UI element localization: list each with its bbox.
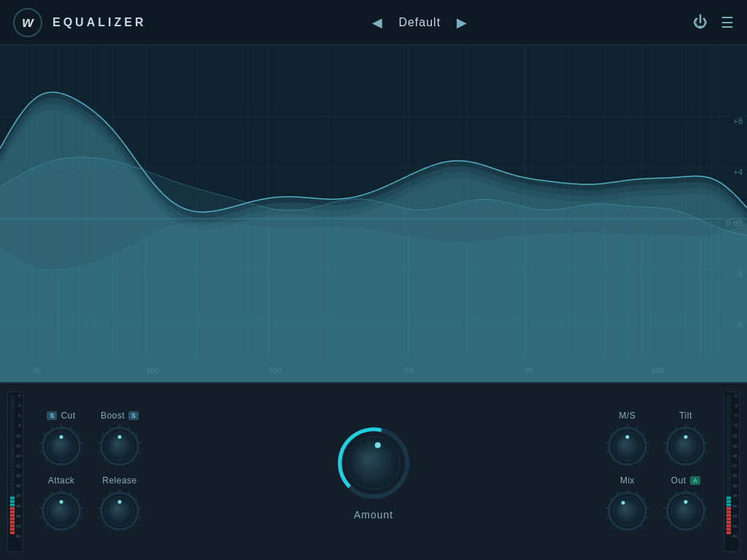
tilt-knob[interactable]: [664, 424, 708, 468]
db-label-minus8: -8: [735, 321, 743, 330]
out-a-badge: A: [690, 476, 701, 485]
out-knob[interactable]: [664, 489, 708, 533]
right-vu-meter: [724, 392, 740, 552]
boost-s-badge: S: [128, 411, 139, 420]
boost-label: Boost: [101, 411, 125, 421]
header-left: w EQUALIZER: [13, 8, 146, 37]
ms-knob-group: M/S: [605, 411, 649, 468]
out-knob-group: Out A: [664, 475, 708, 533]
freq-label-1k: 1K: [404, 366, 414, 375]
release-knob[interactable]: [98, 489, 142, 533]
boost-knob[interactable]: [98, 424, 142, 468]
eq-display[interactable]: +8 +4 0 dB -4 -8 30 100 300 1K 3K 10K: [0, 45, 747, 382]
release-knob-group: Release: [98, 475, 142, 533]
knob-section-mid-right: M/S Mix: [605, 411, 649, 533]
knob-section-right: Tilt Out A: [664, 411, 708, 533]
power-button[interactable]: ⏻: [693, 14, 708, 31]
cut-label: Cut: [61, 411, 75, 421]
cut-knob[interactable]: [39, 424, 83, 468]
ms-knob[interactable]: [605, 424, 649, 468]
freq-label-10k: 10K: [651, 366, 665, 375]
next-preset-button[interactable]: ▶: [457, 15, 467, 31]
attack-knob-group: Attack: [39, 475, 83, 533]
tilt-knob-group: Tilt: [664, 411, 708, 468]
knob-section-mid-left: Boost S Release: [98, 411, 142, 533]
cut-knob-group: S Cut: [39, 411, 83, 468]
out-label: Out: [671, 475, 686, 486]
prev-preset-button[interactable]: ◀: [372, 15, 382, 31]
header-right: ⏻ ☰: [693, 14, 734, 31]
freq-label-300: 300: [268, 366, 282, 375]
mix-label: Mix: [620, 475, 635, 486]
db-label-plus8: +8: [733, 117, 743, 125]
left-vu-meter: [7, 392, 23, 552]
knob-section-left: S Cut Attack: [39, 411, 83, 533]
boost-label-row: Boost S: [101, 411, 139, 421]
left-vu-canvas: [8, 392, 23, 538]
preset-name: Default: [398, 16, 441, 29]
db-label-zero: 0 dB: [726, 219, 743, 228]
eq-canvas: [0, 45, 747, 382]
ms-label: M/S: [619, 411, 636, 421]
mix-knob-group: Mix: [605, 475, 649, 533]
right-vu-canvas: [724, 392, 739, 538]
logo-text: w: [22, 14, 34, 31]
header: w EQUALIZER ◀ Default ▶ ⏻ ☰: [0, 0, 747, 45]
menu-button[interactable]: ☰: [721, 14, 734, 31]
freq-label-30: 30: [32, 366, 41, 375]
mix-knob[interactable]: [605, 489, 649, 533]
amount-label: Amount: [354, 509, 393, 521]
logo[interactable]: w: [13, 8, 42, 37]
boost-knob-group: Boost S: [98, 411, 142, 468]
db-label-minus4: -4: [735, 270, 743, 279]
out-label-row: Out A: [671, 475, 700, 486]
release-label: Release: [102, 475, 137, 486]
amount-section: Amount: [142, 423, 605, 521]
amount-knob[interactable]: [333, 423, 414, 503]
cut-label-row: S Cut: [47, 411, 75, 421]
app-title: EQUALIZER: [53, 16, 146, 29]
cut-s-badge: S: [47, 411, 57, 420]
attack-label: Attack: [48, 475, 74, 486]
freq-label-3k: 3K: [524, 366, 533, 375]
attack-knob[interactable]: [39, 489, 83, 533]
db-label-plus4: +4: [733, 168, 743, 176]
header-center: ◀ Default ▶: [372, 15, 467, 31]
controls-section: S Cut Attack Boost S Release Amount: [0, 382, 747, 560]
tilt-label: Tilt: [679, 411, 692, 421]
freq-label-100: 100: [146, 366, 159, 375]
